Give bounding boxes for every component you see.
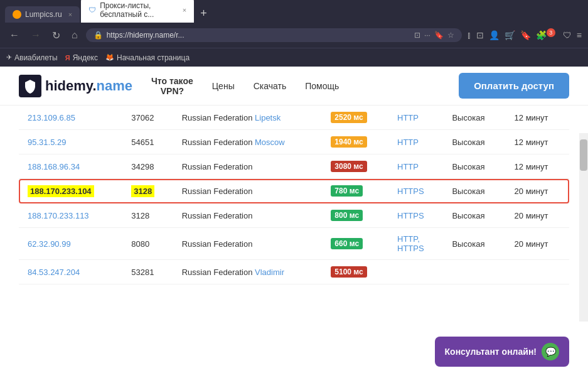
cta-button[interactable]: Оплатить доступ <box>459 73 569 99</box>
port-cell: 53281 <box>122 260 173 284</box>
protocol-cell: HTTP,HTTPS <box>388 228 443 260</box>
forward-button[interactable]: → <box>28 28 44 42</box>
protocol-label: HTTPS <box>397 186 424 196</box>
tab-hidemy[interactable]: 🛡 Прокси-листы, бесплатный с... × <box>81 0 194 23</box>
consultant-icon: 💬 <box>542 343 559 360</box>
country-cell: Russian Federation <box>173 179 323 203</box>
tab-label-lumpics: Lumpics.ru <box>25 10 62 19</box>
protocol-cell: HTTPS <box>388 203 443 228</box>
star-icon[interactable]: ☆ <box>447 31 454 40</box>
ip-cell[interactable]: 188.170.233.104 <box>19 179 122 203</box>
consultant-label: Консультант онлайн! <box>445 347 537 357</box>
proxy-table: 213.109.6.85 37062 Russian Federation Li… <box>19 105 569 284</box>
home-button[interactable]: ⌂ <box>68 28 81 42</box>
nav-help-link[interactable]: Помощь <box>305 81 339 91</box>
tab-close-hidemy[interactable]: × <box>183 6 186 14</box>
table-row: 62.32.90.99 8080 Russian Federation 660 … <box>19 228 569 260</box>
bookmark-yandex[interactable]: Я Яндекс <box>65 53 98 62</box>
ping-cell: 3080 мс <box>322 154 388 179</box>
bookmark-aviabilety[interactable]: ✈ Авиабилеты <box>6 53 58 62</box>
extensions-button[interactable]: 🧩 <box>536 30 547 40</box>
lock-icon: 🔒 <box>94 31 103 40</box>
city-link[interactable]: Vladimir <box>255 268 284 277</box>
ping-badge: 3080 мс <box>331 161 366 172</box>
site-header: hidemy.name Что такоеVPN? Цены Скачать П… <box>0 67 588 105</box>
browser-chrome: Lumpics.ru × 🛡 Прокси-листы, бесплатный … <box>0 0 588 67</box>
highlighted-ip: 188.170.233.104 <box>28 185 94 197</box>
page-content: hidemy.name Что такоеVPN? Цены Скачать П… <box>0 67 588 373</box>
logo-dot-text: name <box>97 78 132 94</box>
nav-vpn-link[interactable]: Что такоеVPN? <box>151 76 193 96</box>
homepage-icon: 🦊 <box>105 53 114 62</box>
protocol-label: HTTP,HTTPS <box>397 234 424 253</box>
menu-button[interactable]: ≡ <box>577 30 582 40</box>
table-row: 95.31.5.29 54651 Russian Federation Mosc… <box>19 130 569 154</box>
tab-close-lumpics[interactable]: × <box>68 11 72 18</box>
cart-button[interactable]: 🛒 <box>505 30 515 40</box>
toolbar-icons: ⫿ ⊡ 👤 🛒 🔖 🧩 3 🛡 ≡ <box>467 30 582 41</box>
account-button[interactable]: 👤 <box>489 30 500 40</box>
tab-lumpics[interactable]: Lumpics.ru × <box>5 6 80 23</box>
site-nav: Что такоеVPN? Цены Скачать Помощь <box>151 76 440 96</box>
ping-cell: 1940 мс <box>322 130 388 154</box>
bookmark-homepage[interactable]: 🦊 Начальная страница <box>105 53 190 62</box>
site-logo: hidemy.name <box>19 75 132 97</box>
refresh-button[interactable]: ↻ <box>49 28 63 43</box>
split-button[interactable]: ⊡ <box>476 30 484 40</box>
ip-cell[interactable]: 213.109.6.85 <box>19 105 122 130</box>
ping-cell: 660 мс <box>322 228 388 260</box>
protocol-label: HTTP <box>397 162 419 171</box>
quality-cell: Высокая <box>443 203 505 228</box>
collections-button[interactable]: ⫿ <box>467 30 471 40</box>
city-link[interactable]: Lipetsk <box>255 113 281 122</box>
nav-prices-link[interactable]: Цены <box>212 81 235 91</box>
tab-bar: Lumpics.ru × 🛡 Прокси-листы, бесплатный … <box>0 0 588 23</box>
aviabilety-icon: ✈ <box>6 53 12 62</box>
address-bar[interactable]: 🔒 https://hidemy.name/r... ⊡ ··· 🔖 ☆ <box>86 28 462 42</box>
ip-cell[interactable]: 84.53.247.204 <box>19 260 122 284</box>
port-cell: 34298 <box>122 154 173 179</box>
ping-badge: 780 мс <box>331 185 363 197</box>
bookmark-icon[interactable]: 🔖 <box>434 31 444 40</box>
bookmark-toolbar-button[interactable]: 🔖 <box>520 30 531 40</box>
extensions-badge: 3 <box>547 28 555 37</box>
logo-main-text: hidemy. <box>45 78 97 94</box>
back-button[interactable]: ← <box>6 28 23 42</box>
protocol-cell: HTTP <box>388 105 443 130</box>
ping-cell: 2520 мс <box>322 105 388 130</box>
new-tab-button[interactable]: + <box>195 4 212 23</box>
nav-download-link[interactable]: Скачать <box>254 81 287 91</box>
ip-cell[interactable]: 95.31.5.29 <box>19 130 122 154</box>
ping-badge: 800 мс <box>331 210 363 221</box>
ip-cell[interactable]: 188.168.96.34 <box>19 154 122 179</box>
country-cell: Russian Federation <box>173 228 323 260</box>
logo-shield-icon <box>19 75 41 97</box>
bookmark-label-aviabilety: Авиабилеты <box>14 53 58 62</box>
more-icon[interactable]: ··· <box>424 31 430 40</box>
port-cell: 3128 <box>122 179 173 203</box>
quality-cell: Высокая <box>443 130 505 154</box>
protocol-label: HTTPS <box>397 211 424 220</box>
quality-cell: Высокая <box>443 228 505 260</box>
ip-cell[interactable]: 62.32.90.99 <box>19 228 122 260</box>
time-cell: 12 минут <box>506 105 569 130</box>
tab-icon-hidemy: 🛡 <box>88 6 96 14</box>
reader-icon[interactable]: ⊡ <box>414 31 420 40</box>
logo-text: hidemy.name <box>45 78 132 94</box>
ping-cell: 780 мс <box>322 179 388 203</box>
ping-badge: 5100 мс <box>331 266 366 278</box>
city-link[interactable]: Moscow <box>255 138 285 147</box>
ping-badge: 2520 мс <box>331 112 366 123</box>
quality-cell: Высокая <box>443 154 505 179</box>
port-cell: 54651 <box>122 130 173 154</box>
extensions-button-wrap: 🧩 3 <box>536 30 558 41</box>
protocol-cell: HTTP <box>388 154 443 179</box>
protocol-cell: HTTP <box>388 130 443 154</box>
table-row: 188.170.233.113 3128 Russian Federation … <box>19 203 569 228</box>
ping-badge: 660 мс <box>331 238 363 249</box>
nav-bar: ← → ↻ ⌂ 🔒 https://hidemy.name/r... ⊡ ···… <box>0 23 588 48</box>
ip-cell[interactable]: 188.170.233.113 <box>19 203 122 228</box>
time-cell: 20 минут <box>506 179 569 203</box>
shield-button[interactable]: 🛡 <box>563 30 572 40</box>
consultant-widget[interactable]: Консультант онлайн! 💬 <box>435 337 569 367</box>
